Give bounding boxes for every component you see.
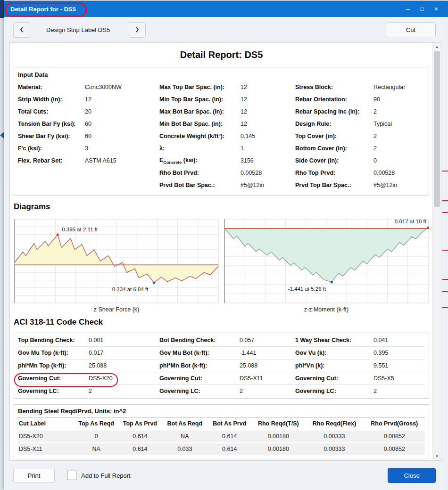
background-red-line [442,307,448,308]
dialog-titlebar[interactable]: Detail Report for - DS5 – □ × [4,1,448,17]
field-label: Gov Vu (k): [295,350,373,356]
aci-check-cell: phi*Vn (k):9.551 [295,362,425,369]
detail-report-dialog: Detail Report for - DS5 – □ × Design Str… [4,1,448,490]
table-cell: 0.00852 [364,430,425,443]
print-button[interactable]: Print [13,468,55,483]
chevron-right-icon [135,26,140,33]
field-value: 12 [241,96,247,103]
field-label: phi*Vn (k): [295,362,373,369]
background-collapse-arrow-icon [0,132,4,139]
aci-check-cell: Gov Vu (k):0.395 [295,350,425,356]
field-value: 25.088 [89,362,107,369]
field-label: Prvd Bot Bar Spac.: [159,182,241,188]
column-header: Rho Prvd(Gross) [364,418,425,430]
field-value: 3 [85,145,88,152]
field-label: Side Cover (in): [295,157,373,164]
minimize-icon: – [406,5,410,13]
field-label: phi*Mn Top (k-ft): [18,362,89,369]
background-red-line [442,212,448,213]
previous-strip-button[interactable] [13,22,30,38]
add-to-full-report-checkbox[interactable] [67,471,76,480]
input-data-row: Total Cuts:20 [18,106,159,118]
moment-diagram: 0.017 at 10 ft-1.441 at 5.26 ft z-z Mome… [224,217,429,313]
field-label: Governing LC: [159,388,240,394]
background-left-strip [0,0,4,490]
close-dialog-button[interactable]: Close [388,468,436,483]
input-data-row: Bottom Cover (in):2 [295,142,425,155]
field-value: 1 [241,145,244,152]
field-value: #5@12in [373,182,397,188]
field-label: Gov Mu Bot (k-ft): [159,350,240,356]
input-data-row: Rho Top Prvd:0.00528 [295,167,425,179]
field-label: Rebar Spacing Inc (in): [295,108,373,115]
report-title: Detail Report: DS5 [14,49,429,60]
input-data-column: Stress Block:RectangularRebar Orientatio… [295,81,425,191]
diagrams-heading: Diagrams [14,202,429,212]
table-row: DS5-X11NA0.6140.0330.6140.001800.003330.… [18,443,425,456]
window-controls: – □ × [401,2,448,16]
field-value: 2 [373,108,377,115]
bending-steel-section: Bending Steel Reqd/Prvd, Units: in^2 Cut… [14,404,429,459]
table-cell: DS5-X20 [18,430,75,443]
close-icon: × [434,5,438,13]
aci-check-cell: Governing LC:2 [295,388,425,394]
table-cell: DS5-X11 [18,443,75,456]
field-label: Gov Mu Top (k-ft): [18,350,89,356]
close-button[interactable]: × [429,2,443,16]
maximize-icon: □ [420,6,423,12]
shear-diagram-caption: z Shear Force (k) [14,306,219,313]
scrollbar-thumb[interactable] [434,51,440,207]
field-label: Bottom Cover (in): [295,145,373,152]
cut-button[interactable]: Cut [386,22,436,37]
moment-diagram-chart: 0.017 at 10 ft-1.441 at 5.26 ft [224,217,429,305]
field-value: -1.441 [240,350,256,356]
table-cell: 0.033 [162,443,207,456]
field-value: 0.041 [373,337,388,343]
table-cell: 0 [75,430,118,443]
strip-label: Design Strip Label DS5 [46,26,110,33]
report-content: Detail Report: DS5 Input Data Material:C… [10,43,433,460]
field-value: 0 [373,157,377,164]
next-strip-button[interactable] [129,22,146,38]
field-label: Concrete Weight (k/ft³): [159,133,241,139]
field-value: DS5-X20 [89,375,113,382]
input-data-row: Shear Bar Fy (ksi):60 [18,130,159,142]
scroll-down-icon: ▼ [435,454,439,458]
aci-check-row: phi*Mn Top (k-ft):25.088phi*Mn Bot (k-ft… [18,359,425,372]
input-data-row: Rho Bot Prvd:0.00528 [159,167,295,179]
scroll-down-button[interactable]: ▼ [433,452,441,460]
aci-check-cell: phi*Mn Bot (k-ft):25.088 [159,362,295,369]
scroll-up-button[interactable]: ▲ [433,43,441,51]
field-value: ASTM A615 [85,157,116,164]
background-red-line [442,200,448,201]
moment-diagram-caption: z-z Moment (k-ft) [224,306,429,313]
field-value: 25.088 [240,362,257,369]
field-label: Total Cuts: [18,108,85,115]
vertical-scrollbar[interactable]: ▲ ▼ [432,43,441,460]
scroll-up-icon: ▲ [435,45,439,49]
maximize-button[interactable]: □ [415,2,429,16]
field-value: #5@12in [241,182,264,188]
svg-text:-1.441 at 5.26 ft: -1.441 at 5.26 ft [288,286,326,292]
field-label: Material: [18,84,85,90]
field-value: 2 [89,388,92,394]
input-data-section: Input Data Material:Conc3000NWStrip Widt… [14,67,429,196]
table-cell: 0.614 [207,430,252,443]
field-label: Top Bending Check: [18,337,89,343]
field-label: Top Cover (in): [295,133,373,139]
background-red-line [442,171,448,172]
minimize-button[interactable]: – [401,2,415,16]
field-value: 2 [240,388,243,394]
input-data-row: Tension Bar Fy (ksi):60 [18,118,159,130]
field-value: 2 [373,145,377,152]
field-label: Prvd Top Bar Spac.: [295,182,373,188]
field-label: Min Top Bar Spac. (in): [159,96,241,103]
input-data-row: Rebar Orientation:90 [295,93,425,106]
bending-steel-heading: Bending Steel Reqd/Prvd, Units: in^2 [18,408,425,415]
input-data-column: Material:Conc3000NWStrip Width (in):12To… [18,81,159,191]
field-value: DS5-X5 [373,375,394,382]
input-data-row: Design Rule:Typical [295,118,425,130]
aci-check-cell: Governing LC:2 [18,388,159,394]
table-row: DS5-X2000.614NA0.6140.001800.003330.0085… [18,430,425,443]
aci-heading: ACI 318-11 Code Check [14,318,429,327]
